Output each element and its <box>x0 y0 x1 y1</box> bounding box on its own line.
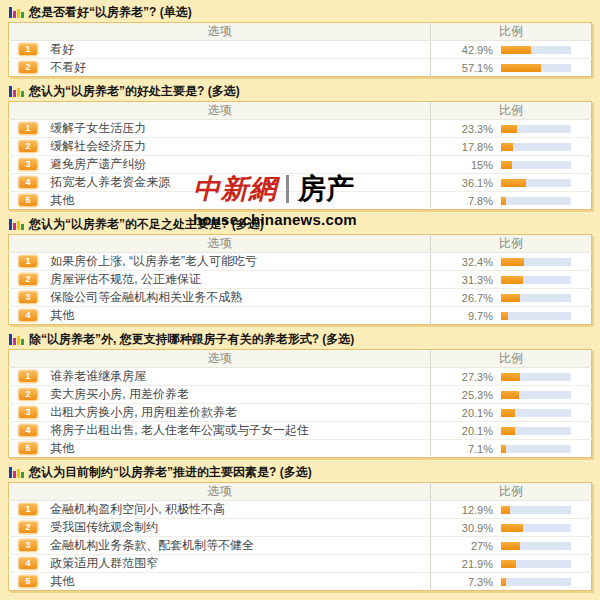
option-label: 保险公司等金融机构相关业务不成熟 <box>50 290 242 304</box>
percent-value: 7.1% <box>468 443 493 455</box>
bar-chart-icon <box>9 218 24 231</box>
ratio-cell: 31.3% <box>431 271 592 289</box>
percent-bar-fill <box>501 560 516 568</box>
ratio-cell: 27% <box>431 537 592 555</box>
option-number-badge: 5 <box>18 442 38 455</box>
percent-bar-track <box>501 312 571 320</box>
results-table: 选项 比例 1 如果房价上涨, “以房养老”老人可能吃亏 32.4% 2 房屋评… <box>8 234 592 325</box>
percent-value: 42.9% <box>462 44 493 56</box>
option-row: 1 缓解子女生活压力 23.3% <box>9 120 592 138</box>
option-row: 2 房屋评估不规范, 公正难保证 31.3% <box>9 271 592 289</box>
option-row: 4 政策适用人群范围窄 21.9% <box>9 555 592 573</box>
option-cell: 3 金融机构业务条款、配套机制等不健全 <box>9 537 431 555</box>
question-title-text: 您是否看好“以房养老”? (单选) <box>29 5 192 19</box>
bar-chart-icon <box>9 333 24 346</box>
option-number-badge: 1 <box>18 370 38 383</box>
percent-value: 27% <box>471 540 493 552</box>
ratio-cell: 30.9% <box>431 519 592 537</box>
option-label: 房屋评估不规范, 公正难保证 <box>50 272 201 286</box>
question-block: 您认为“以房养老”的好处主要是? (多选) 选项 比例 1 缓解子女生活压力 2… <box>8 82 592 210</box>
ratio-cell: 32.4% <box>431 253 592 271</box>
ratio-cell-inner: 9.7% <box>431 310 591 322</box>
ratio-cell: 27.3% <box>431 368 592 386</box>
ratio-cell-inner: 7.1% <box>431 443 591 455</box>
option-cell: 4 拓宽老人养老资金来源 <box>9 174 431 192</box>
ratio-cell: 23.3% <box>431 120 592 138</box>
percent-bar-track <box>501 445 571 453</box>
option-cell: 2 房屋评估不规范, 公正难保证 <box>9 271 431 289</box>
option-label: 受我国传统观念制约 <box>50 520 158 534</box>
option-cell: 2 不看好 <box>9 59 431 77</box>
ratio-cell-inner: 12.9% <box>431 504 591 516</box>
percent-bar-fill <box>501 578 506 586</box>
ratio-cell-inner: 23.3% <box>431 123 591 135</box>
ratio-column-header: 比例 <box>431 102 592 120</box>
percent-bar-fill <box>501 445 506 453</box>
option-row: 1 谁养老谁继承房屋 27.3% <box>9 368 592 386</box>
percent-value: 31.3% <box>462 274 493 286</box>
option-row: 3 金融机构业务条款、配套机制等不健全 27% <box>9 537 592 555</box>
percent-bar-fill <box>501 161 512 169</box>
option-label: 金融机构盈利空间小, 积极性不高 <box>50 502 225 516</box>
table-header-row: 选项 比例 <box>9 235 592 253</box>
question-block: 您认为“以房养老”的不足之处主要是? (多选) 选项 比例 1 如果房价上涨, … <box>8 215 592 325</box>
option-number-badge: 3 <box>18 291 38 304</box>
question-title: 您认为“以房养老”的不足之处主要是? (多选) <box>8 215 592 234</box>
ratio-column-header: 比例 <box>431 350 592 368</box>
question-block: 除“以房养老”外, 您更支持哪种跟房子有关的养老形式? (多选) 选项 比例 1… <box>8 330 592 458</box>
results-table-body: 1 金融机构盈利空间小, 积极性不高 12.9% 2 受我国传统观念制约 30.… <box>9 501 592 591</box>
option-label: 其他 <box>50 308 74 322</box>
option-number-badge: 3 <box>18 406 38 419</box>
ratio-cell-inner: 26.7% <box>431 292 591 304</box>
option-row: 5 其他 7.3% <box>9 573 592 591</box>
option-cell: 4 政策适用人群范围窄 <box>9 555 431 573</box>
option-cell: 2 卖大房买小房, 用差价养老 <box>9 386 431 404</box>
percent-value: 27.3% <box>462 371 493 383</box>
option-label: 其他 <box>50 574 74 588</box>
option-label: 缓解社会经济压力 <box>50 139 146 153</box>
percent-value: 20.1% <box>462 407 493 419</box>
option-row: 5 其他 7.1% <box>9 440 592 458</box>
ratio-cell-inner: 20.1% <box>431 425 591 437</box>
ratio-column-header: 比例 <box>431 235 592 253</box>
option-column-header: 选项 <box>9 102 431 120</box>
ratio-cell-inner: 36.1% <box>431 177 591 189</box>
option-label: 出租大房换小房, 用房租差价款养老 <box>50 405 237 419</box>
question-title-text: 您认为“以房养老”的好处主要是? (多选) <box>29 84 240 98</box>
option-row: 3 保险公司等金融机构相关业务不成熟 26.7% <box>9 289 592 307</box>
percent-value: 15% <box>471 159 493 171</box>
bar-chart-icon <box>9 6 24 19</box>
ratio-cell-inner: 31.3% <box>431 274 591 286</box>
ratio-cell-inner: 7.8% <box>431 195 591 207</box>
percent-value: 26.7% <box>462 292 493 304</box>
poll-results-page: 您是否看好“以房养老”? (单选) 选项 比例 1 看好 42.9% <box>0 0 600 591</box>
percent-bar-track <box>501 258 571 266</box>
percent-bar-fill <box>501 179 526 187</box>
percent-bar-fill <box>501 258 524 266</box>
option-number-badge: 2 <box>18 521 38 534</box>
ratio-cell-inner: 42.9% <box>431 44 591 56</box>
option-cell: 3 保险公司等金融机构相关业务不成熟 <box>9 289 431 307</box>
option-number-badge: 4 <box>18 424 38 437</box>
option-row: 2 卖大房买小房, 用差价养老 25.3% <box>9 386 592 404</box>
ratio-cell-inner: 25.3% <box>431 389 591 401</box>
percent-bar-track <box>501 125 571 133</box>
option-number-badge: 2 <box>18 388 38 401</box>
table-header-row: 选项 比例 <box>9 483 592 501</box>
table-header-row: 选项 比例 <box>9 102 592 120</box>
option-row: 1 如果房价上涨, “以房养老”老人可能吃亏 32.4% <box>9 253 592 271</box>
ratio-cell: 15% <box>431 156 592 174</box>
percent-value: 9.7% <box>468 310 493 322</box>
ratio-cell: 20.1% <box>431 404 592 422</box>
option-row: 4 拓宽老人养老资金来源 36.1% <box>9 174 592 192</box>
question-title: 您认为目前制约“以房养老”推进的主要因素是? (多选) <box>8 463 592 482</box>
option-label: 卖大房买小房, 用差价养老 <box>50 387 189 401</box>
ratio-cell-inner: 30.9% <box>431 522 591 534</box>
question-block: 您是否看好“以房养老”? (单选) 选项 比例 1 看好 42.9% <box>8 3 592 77</box>
results-table-body: 1 谁养老谁继承房屋 27.3% 2 卖大房买小房, 用差价养老 25.3% <box>9 368 592 458</box>
option-row: 5 其他 7.8% <box>9 192 592 210</box>
option-row: 3 出租大房换小房, 用房租差价款养老 20.1% <box>9 404 592 422</box>
question-title-text: 除“以房养老”外, 您更支持哪种跟房子有关的养老形式? (多选) <box>29 332 354 346</box>
option-number-badge: 2 <box>18 140 38 153</box>
option-number-badge: 1 <box>18 503 38 516</box>
